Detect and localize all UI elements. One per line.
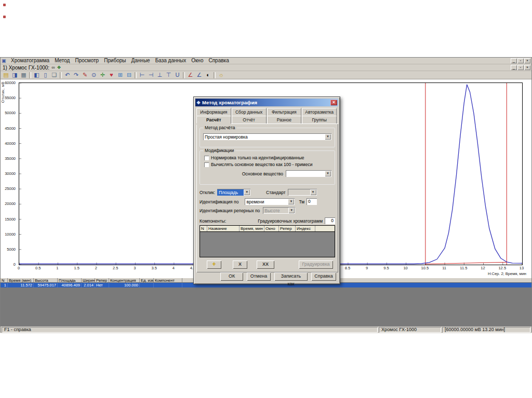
x-tick-label: 2 — [89, 266, 103, 270]
ident-by-select[interactable]: времени ▼ — [245, 198, 295, 205]
view-icon[interactable]: ∞ — [51, 65, 55, 71]
mdi-minimize-button[interactable]: _ — [511, 65, 517, 70]
main-substance-row: Основное вещество ▼ — [200, 170, 331, 177]
tab-raznoe[interactable]: Разное — [267, 116, 302, 123]
identification-row: Идентификация по времени ▼ Тм 0 — [200, 198, 335, 205]
app-icon: ▣ — [2, 59, 6, 63]
tab-raschet[interactable]: Расчёт — [196, 116, 231, 123]
grad-chrom-input[interactable]: 0 — [325, 217, 335, 224]
checkbox-osnovnoe[interactable]: Вычислять основное вещество как 100 - пр… — [204, 162, 335, 167]
delete-all-components-button[interactable]: XX — [257, 260, 274, 269]
save-icon[interactable]: ◨ — [11, 72, 19, 79]
results-col-4: Ширин — [82, 278, 95, 282]
close-button[interactable]: × — [524, 58, 530, 63]
chevron-down-icon[interactable]: ▼ — [325, 134, 331, 140]
x-tick-label: 10 — [399, 266, 413, 270]
y-tick-label: 45000 — [1, 126, 17, 131]
x-tick-label: 8.5 — [341, 266, 354, 270]
menu-items: ХроматограммаМетодПросмотрПриборыДанныеБ… — [8, 58, 232, 64]
stray-mark — [3, 16, 6, 18]
y-tick-label: 55000 — [1, 95, 17, 100]
add-component-button[interactable]: + — [207, 260, 221, 269]
minimize-button[interactable]: _ — [511, 58, 517, 63]
redo-icon[interactable]: ↷ — [72, 72, 80, 79]
tm-input[interactable]: 0 — [307, 198, 317, 205]
mdi-restore-button[interactable]: ▫ — [517, 65, 524, 70]
zoom-icon[interactable]: ⊙ — [90, 72, 98, 79]
menu-item-база-данных[interactable]: База данных — [153, 58, 189, 64]
restore-button[interactable]: ▫ — [517, 58, 524, 63]
dialog-close-icon[interactable]: × — [330, 100, 337, 105]
y-tick-label: 10000 — [1, 232, 17, 237]
move-icon[interactable]: ✛ — [99, 72, 107, 79]
results-col-1: Время (мин) — [8, 278, 34, 282]
peak-begin-icon[interactable]: ⊢ — [138, 72, 146, 79]
results-col-3: Площадь — [58, 278, 82, 282]
tab-sbor-dannyh[interactable]: Сбор данных — [232, 108, 267, 116]
tab-informacija[interactable]: Информация — [196, 108, 231, 116]
menu-item-метод[interactable]: Метод — [52, 58, 72, 64]
calc-method-select[interactable]: Простая нормировка ▼ — [203, 133, 331, 140]
split-icon[interactable]: ⊟ — [125, 72, 133, 79]
ident-by-value: времени — [245, 199, 288, 205]
baseline-icon[interactable]: ∠ — [195, 72, 203, 79]
contrast-icon[interactable]: ◐ — [204, 72, 212, 79]
print-icon[interactable]: ▦ — [20, 72, 28, 79]
union-icon[interactable]: U — [174, 72, 181, 79]
report-icon[interactable]: ▯ — [42, 72, 49, 79]
y-tick-label: 15000 — [1, 217, 17, 222]
results-col-7: Ед. изм — [140, 278, 154, 282]
undo-icon[interactable]: ↶ — [63, 72, 71, 79]
components-col-3: Окно — [264, 226, 279, 231]
checkbox-normirovka-label: Нормировка только на идентифицированные — [211, 155, 304, 160]
export-icon[interactable]: ❏ — [50, 72, 58, 79]
baseline-slope-icon[interactable]: ∠ — [187, 72, 194, 79]
ident-ref-label: Идентификация реперных по — [200, 208, 260, 213]
chevron-down-icon[interactable]: ▼ — [325, 171, 331, 176]
checkbox-normirovka[interactable]: Нормировка только на идентифицированные — [204, 155, 335, 160]
components-table-body[interactable] — [200, 232, 335, 257]
response-select[interactable]: Площадь ▼ — [217, 189, 250, 196]
tab-filtracija[interactable]: Фильтрация — [267, 108, 302, 116]
tab-avtorazmetka[interactable]: Авторазметка — [302, 108, 337, 116]
checkbox-icon[interactable] — [204, 156, 209, 160]
favorite-icon[interactable]: ♥ — [108, 72, 115, 79]
x-tick-label: 9 — [360, 266, 374, 270]
menu-item-данные[interactable]: Данные — [129, 58, 153, 64]
calc-method-group: Метод расчёта Простая нормировка ▼ — [200, 128, 335, 147]
menu-item-приборы[interactable]: Приборы — [101, 58, 128, 64]
instrument-icon[interactable]: ❖ — [57, 65, 61, 71]
menubar: ▣ ХроматограммаМетодПросмотрПриборыДанны… — [1, 58, 531, 64]
components-label: Компоненты: — [200, 218, 226, 224]
components-table[interactable]: NНазваниеВремя, минОкноРеперИндекс — [200, 225, 335, 257]
preview-icon[interactable]: ◧ — [33, 72, 41, 79]
x-tick-label: 4 — [167, 266, 180, 270]
peak-top-icon[interactable]: ⊤ — [165, 72, 172, 79]
delete-component-button[interactable]: X — [233, 260, 247, 269]
lamp-icon[interactable]: ☼ — [217, 72, 225, 79]
peak-base-icon[interactable]: ⊥ — [156, 72, 164, 79]
pencil-icon[interactable]: ✎ — [81, 72, 89, 79]
cancel-button[interactable]: Отмена — [247, 272, 271, 281]
help-button[interactable]: Справка — [311, 272, 336, 281]
tab-otchet[interactable]: Отчёт — [232, 116, 267, 123]
ok-button[interactable]: ОК — [220, 272, 243, 281]
tab-gruppy[interactable]: Группы — [302, 116, 337, 123]
peak-end-icon[interactable]: ⊣ — [147, 72, 155, 79]
chevron-down-icon[interactable]: ▼ — [244, 189, 250, 195]
menu-item-хроматограмма[interactable]: Хроматограмма — [8, 58, 52, 64]
status-range: [60000.00000 мВ 13.20 мин] — [442, 327, 530, 333]
menu-item-просмотр[interactable]: Просмотр — [72, 58, 101, 64]
dialog-titlebar[interactable]: ❖ Метод хроматография × — [195, 99, 338, 106]
open-icon[interactable]: ▤ — [2, 72, 10, 79]
menu-item-окно[interactable]: Окно — [189, 58, 206, 64]
menu-item-справка[interactable]: Справка — [206, 58, 231, 64]
x-tick-label: 2.5 — [109, 266, 122, 270]
checkbox-icon[interactable] — [204, 162, 209, 167]
main-substance-select[interactable]: ▼ — [286, 170, 331, 177]
toolbar: ▤◨▦◧▯❏↶↷✎⊙✛♥⊞⊟⊢⊣⊥⊤U∠∠◐☼ — [1, 71, 531, 79]
mdi-close-button[interactable]: × — [524, 65, 530, 70]
save-as-button[interactable]: Записать как — [274, 272, 308, 281]
grid-icon[interactable]: ⊞ — [116, 72, 124, 79]
chevron-down-icon[interactable]: ▼ — [288, 199, 294, 204]
